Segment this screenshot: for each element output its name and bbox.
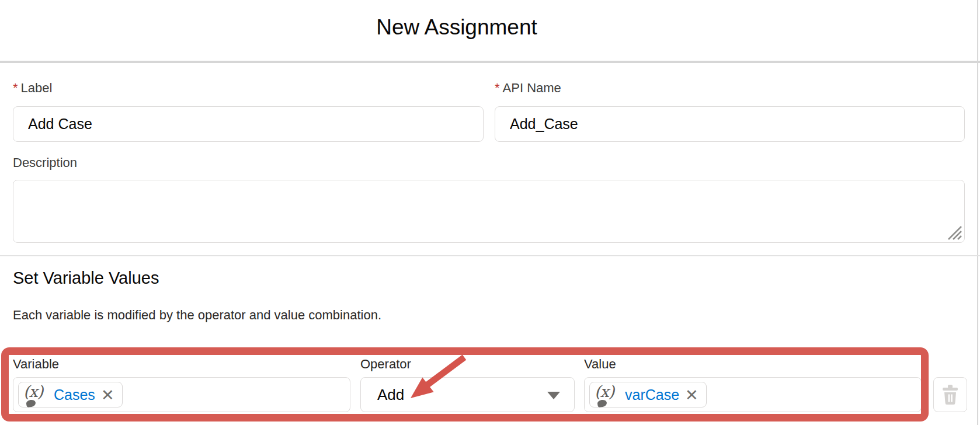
page-title: New Assignment — [0, 15, 913, 40]
value-pill[interactable]: (x) varCase ✕ — [589, 382, 707, 407]
trash-icon — [941, 385, 959, 405]
variable-pill[interactable]: (x) Cases ✕ — [18, 382, 123, 407]
variable-icon: (x) — [23, 382, 48, 407]
label-field-label-text: Label — [21, 81, 53, 95]
operator-column-label: Operator — [360, 357, 411, 372]
required-asterisk: * — [13, 81, 21, 95]
variable-pill-label: Cases — [54, 386, 95, 403]
api-name-field-label: *API Name — [495, 81, 561, 96]
description-textarea[interactable] — [13, 180, 965, 243]
section-helper-text: Each variable is modified by the operato… — [13, 308, 381, 323]
variable-icon: (x) — [595, 382, 619, 407]
required-asterisk: * — [495, 81, 503, 95]
api-name-field-label-text: API Name — [503, 81, 561, 95]
variable-column-label: Variable — [13, 357, 59, 372]
resize-grip-icon[interactable] — [945, 224, 962, 241]
section-heading: Set Variable Values — [13, 269, 159, 288]
operator-dropdown[interactable]: Add — [360, 377, 575, 412]
header-divider — [0, 61, 980, 63]
remove-icon[interactable]: ✕ — [685, 387, 698, 403]
section-divider — [0, 255, 980, 256]
description-field-label: Description — [13, 155, 77, 170]
value-combobox[interactable]: (x) varCase ✕ — [584, 377, 922, 412]
api-name-input[interactable] — [495, 106, 965, 142]
dialog-right-border — [977, 0, 978, 425]
delete-assignment-button[interactable] — [933, 377, 967, 412]
variable-combobox[interactable]: (x) Cases ✕ — [13, 377, 350, 412]
label-field-label: *Label — [13, 81, 52, 96]
value-pill-label: varCase — [625, 386, 679, 403]
value-column-label: Value — [584, 357, 616, 372]
label-input[interactable] — [13, 106, 484, 142]
remove-icon[interactable]: ✕ — [101, 387, 114, 403]
chevron-down-icon — [547, 392, 560, 399]
operator-selected-value: Add — [377, 386, 404, 404]
new-assignment-dialog: New Assignment *Label *API Name Descript… — [0, 0, 980, 425]
